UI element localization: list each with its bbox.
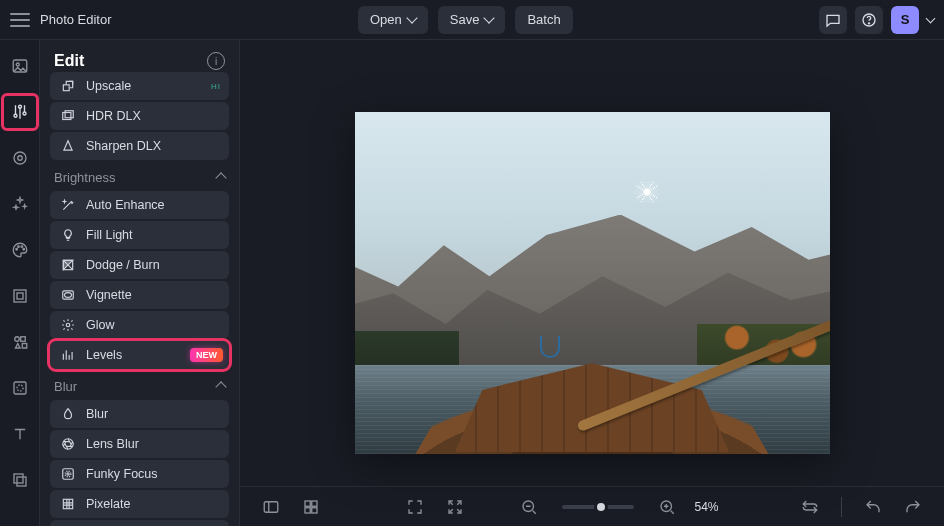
rail-graphics[interactable] xyxy=(4,326,36,358)
tool-blur[interactable]: Blur xyxy=(50,400,229,428)
tool-label: Upscale xyxy=(86,79,131,93)
svg-rect-32 xyxy=(63,499,72,508)
svg-point-7 xyxy=(14,152,26,164)
rail-layers[interactable] xyxy=(4,464,36,496)
svg-rect-22 xyxy=(63,113,71,120)
divider xyxy=(841,497,842,517)
svg-point-10 xyxy=(17,246,19,248)
panel-scroll[interactable]: Upscale HDR DLX Sharpen DLX Brightness xyxy=(40,72,239,526)
tool-levels[interactable]: Levels NEW xyxy=(50,341,229,369)
rail-image[interactable] xyxy=(4,50,36,82)
tool-blur-edges[interactable]: Blur Edges xyxy=(50,520,229,526)
rail-edit[interactable] xyxy=(4,96,36,128)
svg-point-3 xyxy=(16,63,19,66)
app-title: Photo Editor xyxy=(40,12,112,27)
svg-point-9 xyxy=(15,249,17,251)
svg-point-4 xyxy=(14,114,17,117)
tool-funky-focus[interactable]: Funky Focus xyxy=(50,460,229,488)
tool-label: Vignette xyxy=(86,288,132,302)
bottom-bar: 54% xyxy=(240,486,944,526)
menu-icon[interactable] xyxy=(10,13,30,27)
top-bar-center: Open Save Batch xyxy=(358,6,573,34)
tool-auto-enhance[interactable]: Auto Enhance xyxy=(50,191,229,219)
rail-touchup[interactable] xyxy=(4,142,36,174)
svg-point-1 xyxy=(868,22,869,23)
tool-vignette[interactable]: Vignette xyxy=(50,281,229,309)
tool-fill-light[interactable]: Fill Light xyxy=(50,221,229,249)
tool-glow[interactable]: Glow xyxy=(50,311,229,339)
panel-title: Edit xyxy=(54,52,84,70)
group-label: Blur xyxy=(54,379,77,394)
grid-icon xyxy=(60,496,76,512)
svg-point-5 xyxy=(18,105,21,108)
chevron-down-icon xyxy=(484,12,495,23)
new-badge: NEW xyxy=(190,348,223,362)
top-bar-right: S xyxy=(819,6,934,34)
canvas[interactable] xyxy=(240,40,944,486)
chevron-down-icon xyxy=(406,12,417,23)
tool-pixelate[interactable]: Pixelate xyxy=(50,490,229,518)
spiral-icon xyxy=(60,466,76,482)
tool-dodge-burn[interactable]: Dodge / Burn xyxy=(50,251,229,279)
svg-rect-35 xyxy=(264,501,278,512)
toggle-panel-icon[interactable] xyxy=(258,494,284,520)
actual-size-icon[interactable] xyxy=(442,494,468,520)
tool-lens-blur[interactable]: Lens Blur xyxy=(50,430,229,458)
rail-artistic[interactable] xyxy=(4,234,36,266)
svg-rect-23 xyxy=(65,111,73,118)
tool-label: Lens Blur xyxy=(86,437,139,451)
zoom-label: 54% xyxy=(694,500,718,514)
rail-textures[interactable] xyxy=(4,372,36,404)
gear-icon xyxy=(60,317,76,333)
chevron-up-icon xyxy=(215,172,226,183)
svg-point-6 xyxy=(23,112,26,115)
compare-icon[interactable] xyxy=(797,494,823,520)
svg-point-31 xyxy=(67,473,69,475)
redo-icon[interactable] xyxy=(900,494,926,520)
zoom-slider[interactable] xyxy=(562,505,634,509)
tool-sharpen[interactable]: Sharpen DLX xyxy=(50,132,229,160)
svg-rect-16 xyxy=(20,337,25,342)
chevron-down-icon[interactable] xyxy=(926,13,936,23)
fit-screen-icon[interactable] xyxy=(402,494,428,520)
chevron-up-icon xyxy=(215,381,226,392)
rail-frames[interactable] xyxy=(4,280,36,312)
zoom-in-icon[interactable] xyxy=(654,494,680,520)
tool-hdr[interactable]: HDR DLX xyxy=(50,102,229,130)
save-button[interactable]: Save xyxy=(438,6,506,34)
svg-point-26 xyxy=(65,293,72,298)
rail-text[interactable] xyxy=(4,418,36,450)
svg-rect-17 xyxy=(14,382,26,394)
svg-rect-20 xyxy=(17,477,26,486)
svg-rect-14 xyxy=(17,293,23,299)
tool-label: Blur xyxy=(86,407,108,421)
grid-view-icon[interactable] xyxy=(298,494,324,520)
group-brightness-header[interactable]: Brightness xyxy=(50,160,229,191)
undo-icon[interactable] xyxy=(860,494,886,520)
avatar[interactable]: S xyxy=(891,6,919,34)
tool-label: Glow xyxy=(86,318,114,332)
feedback-icon[interactable] xyxy=(819,6,847,34)
info-icon[interactable]: i xyxy=(207,52,225,70)
tool-label: Levels xyxy=(86,348,122,362)
upscale-icon xyxy=(60,78,76,94)
group-blur-header[interactable]: Blur xyxy=(50,369,229,400)
help-icon[interactable] xyxy=(855,6,883,34)
svg-point-8 xyxy=(17,156,22,161)
svg-point-15 xyxy=(14,337,19,342)
svg-point-30 xyxy=(65,471,71,477)
batch-button[interactable]: Batch xyxy=(515,6,572,34)
bulb-icon xyxy=(60,227,76,243)
svg-rect-21 xyxy=(63,85,69,91)
hdr-icon xyxy=(60,108,76,124)
open-button[interactable]: Open xyxy=(358,6,428,34)
svg-rect-19 xyxy=(14,474,23,483)
svg-rect-13 xyxy=(14,290,26,302)
tool-label: Funky Focus xyxy=(86,467,158,481)
photo-preview xyxy=(355,112,830,454)
tool-upscale[interactable]: Upscale xyxy=(50,72,229,100)
tool-label: HDR DLX xyxy=(86,109,141,123)
tool-label: Pixelate xyxy=(86,497,130,511)
zoom-out-icon[interactable] xyxy=(516,494,542,520)
rail-effects[interactable] xyxy=(4,188,36,220)
